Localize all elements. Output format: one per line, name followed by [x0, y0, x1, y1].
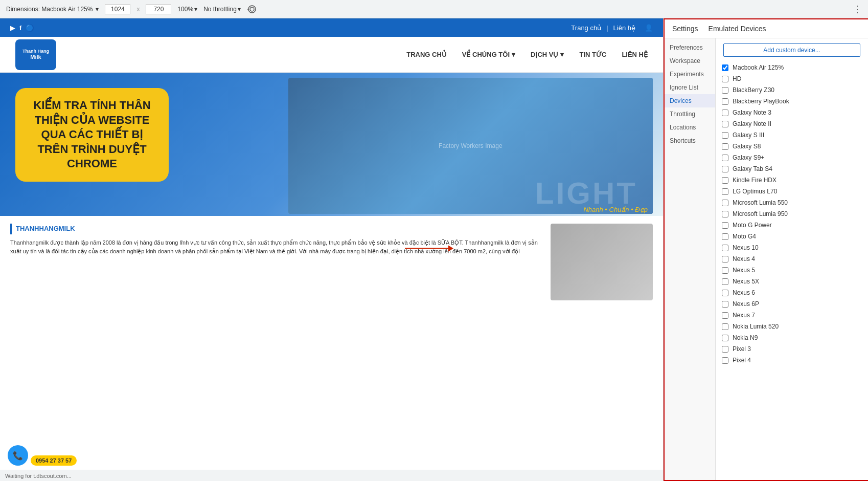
- settings-nav: Preferences Workspace Experiments Ignore…: [665, 38, 716, 480]
- nav-experiments[interactable]: Experiments: [665, 68, 715, 81]
- width-box[interactable]: 1024: [105, 4, 130, 14]
- device-name-label: HD: [733, 75, 741, 82]
- arrow-indicator: [402, 243, 453, 257]
- status-text: Waiting for t.dtscout.com...: [5, 473, 72, 479]
- nav-locations[interactable]: Locations: [665, 121, 715, 134]
- nav-ignorelist[interactable]: Ignore List: [665, 81, 715, 94]
- emulated-devices-title: Emulated Devices: [709, 25, 766, 33]
- user-icon[interactable]: 👤: [645, 24, 653, 32]
- device-checkbox[interactable]: [722, 110, 728, 116]
- nav-preferences[interactable]: Preferences: [665, 41, 715, 54]
- device-list-item: Kindle Fire HDX: [721, 174, 863, 186]
- content-right-image: [551, 224, 653, 300]
- device-checkbox[interactable]: [722, 132, 728, 139]
- device-checkbox[interactable]: [722, 98, 728, 105]
- device-list-item: Nexus 4: [721, 253, 863, 265]
- device-checkbox[interactable]: [722, 267, 728, 274]
- hero-overlay: KIỂM TRA TÍNH THÂN THIỆN CỦA WEBSITE QUA…: [15, 88, 169, 182]
- dimensions-selector[interactable]: Dimensions: Macbook Air 125% ▾: [6, 6, 99, 13]
- device-list-item: Microsoft Lumia 950: [721, 208, 863, 220]
- height-box[interactable]: 720: [146, 4, 171, 14]
- device-list-item: Nexus 7: [721, 310, 863, 321]
- nav-devices[interactable]: Devices: [665, 94, 715, 107]
- device-name-label: Nexus 7: [733, 312, 755, 319]
- device-checkbox[interactable]: [722, 76, 728, 82]
- device-list-item: Galaxy Note II: [721, 118, 863, 129]
- device-name-label: Nexus 10: [733, 244, 759, 251]
- nav-home[interactable]: Trang chủ: [566, 24, 606, 32]
- device-checkbox[interactable]: [722, 335, 728, 341]
- youtube-icon[interactable]: ▶: [10, 24, 15, 32]
- phone-number[interactable]: 0954 27 37 57: [31, 455, 77, 466]
- device-list-item: Nokia N9: [721, 332, 863, 343]
- device-checkbox[interactable]: [722, 222, 728, 229]
- device-checkbox[interactable]: [722, 245, 728, 251]
- device-list-item: LG Optimus L70: [721, 186, 863, 197]
- device-checkbox[interactable]: [722, 323, 728, 330]
- device-name-label: Microsoft Lumia 950: [733, 210, 788, 217]
- device-checkbox[interactable]: [722, 301, 728, 308]
- nav-throttling[interactable]: Throttling: [665, 107, 715, 121]
- chat-widget[interactable]: 📞: [8, 445, 28, 466]
- device-checkbox[interactable]: [722, 155, 728, 161]
- device-name-label: Kindle Fire HDX: [733, 177, 776, 184]
- device-name-label: Moto G4: [733, 233, 756, 240]
- throttle-selector[interactable]: No throttling ▾: [203, 6, 241, 13]
- svg-point-1: [250, 7, 254, 11]
- device-name-label: Galaxy Note 3: [733, 109, 771, 116]
- logo-line2: Milk: [22, 54, 49, 60]
- device-checkbox[interactable]: [722, 278, 728, 285]
- settings-title: Settings: [672, 25, 698, 33]
- device-checkbox[interactable]: [722, 87, 728, 94]
- device-checkbox[interactable]: [722, 346, 728, 353]
- throttle-label: No throttling: [203, 6, 237, 13]
- device-list-area: Add custom device... Macbook Air 125%HDB…: [716, 38, 868, 480]
- nav-workspace[interactable]: Workspace: [665, 54, 715, 68]
- nav-contact-main[interactable]: LIÊN HỆ: [622, 51, 648, 58]
- device-name-label: Blackberry PlayBook: [733, 98, 789, 105]
- nav-home-main[interactable]: TRANG CHỦ: [406, 51, 447, 58]
- device-checkbox[interactable]: [722, 312, 728, 319]
- device-checkbox[interactable]: [722, 233, 728, 240]
- svg-marker-4: [448, 246, 453, 252]
- device-name-label: Nokia N9: [733, 334, 758, 341]
- nav-news[interactable]: TIN TỨC: [579, 51, 606, 58]
- device-checkbox[interactable]: [722, 121, 728, 127]
- zoom-dropdown-icon[interactable]: ▾: [194, 6, 197, 13]
- device-checkbox[interactable]: [722, 143, 728, 150]
- add-custom-device-button[interactable]: Add custom device...: [723, 43, 860, 57]
- device-name-label: Nexus 5X: [733, 278, 759, 285]
- device-checkbox[interactable]: [722, 256, 728, 263]
- device-checkbox[interactable]: [722, 211, 728, 217]
- device-list-item: Galaxy S III: [721, 129, 863, 141]
- device-checkbox[interactable]: [722, 290, 728, 296]
- device-checkbox[interactable]: [722, 64, 728, 71]
- device-checkbox[interactable]: [722, 357, 728, 364]
- nav-shortcuts[interactable]: Shortcuts: [665, 134, 715, 147]
- device-list-item: Microsoft Lumia 550: [721, 197, 863, 208]
- zoom-selector[interactable]: 100% ▾: [177, 6, 197, 13]
- device-checkbox[interactable]: [722, 200, 728, 206]
- device-name-label: Pixel 4: [733, 357, 751, 364]
- device-name-label: Galaxy S8: [733, 143, 761, 150]
- site-hero: KIỂM TRA TÍNH THÂN THIỆN CỦA WEBSITE QUA…: [0, 73, 663, 216]
- capture-screenshot-icon[interactable]: [247, 4, 257, 14]
- device-checkbox[interactable]: [722, 166, 728, 172]
- device-list-item: Galaxy Note 3: [721, 107, 863, 118]
- more-options-icon[interactable]: ⋮: [853, 4, 862, 15]
- device-name-label: Galaxy Note II: [733, 120, 771, 127]
- device-checkbox[interactable]: [722, 177, 728, 184]
- device-name-label: Macbook Air 125%: [733, 64, 784, 71]
- dimensions-dropdown-icon[interactable]: ▾: [96, 6, 99, 13]
- throttle-dropdown-icon[interactable]: ▾: [238, 6, 241, 13]
- instagram-icon[interactable]: 🔵: [26, 24, 34, 32]
- device-list-item: Nexus 10: [721, 242, 863, 253]
- device-name-label: BlackBerry Z30: [733, 86, 774, 94]
- nhanh-text: Nhanh • Chuẩn • Đẹp: [583, 206, 648, 213]
- device-checkbox[interactable]: [722, 188, 728, 195]
- nav-contact[interactable]: Liên hệ: [608, 24, 641, 32]
- browser-viewport: ▶ f 🔵 Trang chủ | Liên hệ 👤 Thanh Hang M…: [0, 18, 664, 481]
- facebook-icon[interactable]: f: [19, 24, 21, 32]
- nav-about[interactable]: VỀ CHÚNG TÔI ▾: [462, 51, 515, 58]
- nav-service[interactable]: DỊCH VỤ ▾: [531, 51, 564, 58]
